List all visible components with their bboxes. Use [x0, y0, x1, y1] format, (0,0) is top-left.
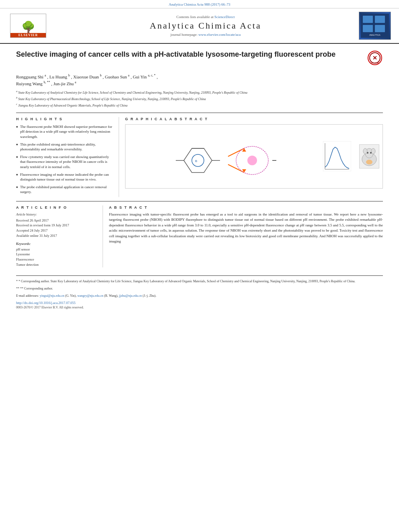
svg-point-13 [192, 154, 204, 166]
crossmark-icon: ✕ CrossMark [368, 51, 382, 65]
journal-header: 🌳 ELSEVIER Contents lists available at S… [0, 8, 399, 44]
svg-line-15 [228, 148, 244, 156]
highlight-5: The probe exhibited potential applicatio… [16, 185, 113, 195]
svg-point-28 [371, 148, 375, 154]
svg-text:✕: ✕ [372, 55, 377, 61]
email-line: E-mail addresses: yingui@nju.edu.cn (G. … [16, 294, 383, 298]
main-content: Selective imaging of cancer cells with a… [0, 44, 399, 315]
email-3[interactable]: jjzhu@nju.edu.cn [119, 294, 142, 298]
affiliations: a State Key Laboratory of Analytical Che… [16, 89, 383, 108]
homepage-link[interactable]: www.elsevier.com/locate/aca [198, 33, 241, 37]
accepted-date: Accepted 24 July 2017 [16, 228, 97, 233]
svg-point-31 [366, 160, 372, 164]
cover-svg: ANALYTICA [361, 14, 389, 38]
email-label: E-mail addresses: [16, 294, 39, 298]
elsevier-logo-area: 🌳 ELSEVIER [4, 14, 52, 38]
affil-a: a State Key Laboratory of Analytical Che… [16, 89, 383, 95]
article-info-header: A R T I C L E I N F O [16, 205, 97, 210]
author-sup-b1: b [68, 74, 70, 77]
author-rongguang: Rongguang Shi [16, 74, 45, 79]
author-sup-ac: a, c, * [148, 74, 156, 77]
molecule-svg: B [168, 132, 280, 181]
author-sup-a3: a [75, 80, 76, 84]
footer-note-2: ** ** Corresponding author. [16, 286, 383, 291]
author-sup-b3: b, ** [44, 80, 50, 84]
svg-rect-3 [363, 25, 373, 32]
author-ruiyong: Ruiyong Wang [16, 81, 44, 86]
svg-point-29 [367, 152, 368, 154]
graphical-abstract-col: G R A P H I C A L A B S T R A C T [125, 117, 383, 197]
author-xiaoxue: , Xiaoxue Duan [71, 74, 100, 79]
abstract-text: Fluorescence imaging with tumor-specific… [109, 212, 383, 244]
email-1-name: (G. Yin), [65, 294, 76, 298]
crossmark-badge: ✕ CrossMark [367, 50, 383, 66]
received-revised: Received in revised form 19 July 2017 [16, 223, 97, 228]
author-lu: , Lu Huang [47, 74, 68, 79]
vertical-divider-2 [103, 205, 103, 267]
sciencedirect-link[interactable]: ScienceDirect [214, 15, 234, 19]
journal-homepage: journal homepage: www.elsevier.com/locat… [60, 33, 351, 37]
fluorescence-chart [323, 141, 351, 171]
doi-line: http://dx.doi.org/10.1016/j.aca.2017.07.… [16, 301, 383, 305]
affil-b: b State Key Laboratory of Pharmaceutical… [16, 96, 383, 101]
journal-cover: ANALYTICA [359, 12, 391, 40]
svg-point-27 [363, 148, 367, 154]
article-title-section: Selective imaging of cancer cells with a… [16, 50, 383, 69]
author-sup-a1: a [45, 74, 46, 77]
copyright-line: 0003-2670/© 2017 Elsevier B.V. All right… [16, 306, 383, 309]
citation-bar: Analytica Chimica Acta 988 (2017) 66–73 [0, 0, 399, 8]
footer-note-1: * * Corresponding author. State Key Labo… [16, 279, 383, 284]
author-junjie: , Jun-jie Zhu [51, 81, 75, 86]
author-sup-a2: a [128, 74, 130, 77]
journal-title: Analytica Chimica Acta [60, 21, 351, 31]
keywords-section: Keywords: pH sensor Lysosome Fluorescenc… [16, 242, 97, 267]
svg-rect-2 [375, 16, 385, 23]
keyword-3: Fluorescence [16, 257, 97, 262]
article-title: Selective imaging of cancer cells with a… [16, 50, 361, 59]
history-title: Article history: [16, 212, 97, 217]
tree-icon: 🌳 [21, 22, 35, 33]
elsevier-brand: ELSEVIER [10, 33, 46, 37]
sciencedirect-line: Contents lists available at ScienceDirec… [60, 15, 351, 19]
article-info-col: A R T I C L E I N F O Article history: R… [16, 205, 97, 267]
vertical-divider-1 [119, 117, 119, 197]
mouse-svg [360, 145, 378, 167]
molecule-illustration: B [129, 132, 319, 181]
highlight-2: This probe exhibited strong anti-interfe… [16, 142, 113, 152]
svg-point-20 [247, 156, 257, 165]
svg-text:B: B [195, 159, 197, 163]
svg-marker-9 [184, 148, 212, 173]
footer-section: * * Corresponding author. State Key Labo… [16, 275, 383, 309]
svg-rect-22 [323, 141, 351, 171]
graphical-abstract-content: B [129, 132, 379, 181]
received-date: Received 26 April 2017 [16, 218, 97, 223]
keyword-4: Tumor detection [16, 262, 97, 267]
highlight-3: Flow cytometry study was carried out sho… [16, 154, 113, 170]
email-2[interactable]: wangry@nju.edu.cn [77, 294, 103, 298]
citation-text: Analytica Chimica Acta 988 (2017) 66–73 [169, 2, 230, 6]
email-1[interactable]: yingui@nju.edu.cn [40, 294, 64, 298]
svg-rect-4 [375, 25, 385, 32]
highlight-1: The fluorescent probe NBOH showed superi… [16, 124, 113, 140]
highlights-header: H I G H L I G H T S [16, 117, 113, 121]
article-history: Article history: Received 26 April 2017 … [16, 212, 97, 238]
footnote-star-2: ** [16, 287, 20, 290]
email-3-name: (J.-j. Zhu). [143, 294, 156, 298]
svg-rect-1 [363, 16, 373, 23]
author-comma: , [156, 74, 158, 79]
elsevier-image: 🌳 ELSEVIER [10, 14, 46, 38]
author-guohao: , Guohao Sun [103, 74, 128, 79]
highlights-graphical-section: H I G H L I G H T S The fluorescent prob… [16, 117, 383, 197]
svg-text:CrossMark: CrossMark [370, 62, 380, 64]
keywords-list: pH sensor Lysosome Fluorescence Tumor de… [16, 247, 97, 267]
affil-c: c Jiangsu Key Laboratory of Advanced Org… [16, 102, 383, 108]
doi-link[interactable]: http://dx.doi.org/10.1016/j.aca.2017.07.… [16, 301, 76, 305]
highlights-col: H I G H L I G H T S The fluorescent prob… [16, 117, 113, 197]
email-2-name: (R. Wang), [104, 294, 118, 298]
highlights-list: The fluorescent probe NBOH showed superi… [16, 124, 113, 195]
elsevier-logo: 🌳 ELSEVIER [10, 14, 46, 38]
journal-center: Contents lists available at ScienceDirec… [52, 15, 359, 37]
authors-line: Rongguang Shi a , Lu Huang b , Xiaoxue D… [16, 73, 383, 87]
svg-point-30 [370, 152, 372, 154]
section-divider-1 [16, 113, 383, 113]
